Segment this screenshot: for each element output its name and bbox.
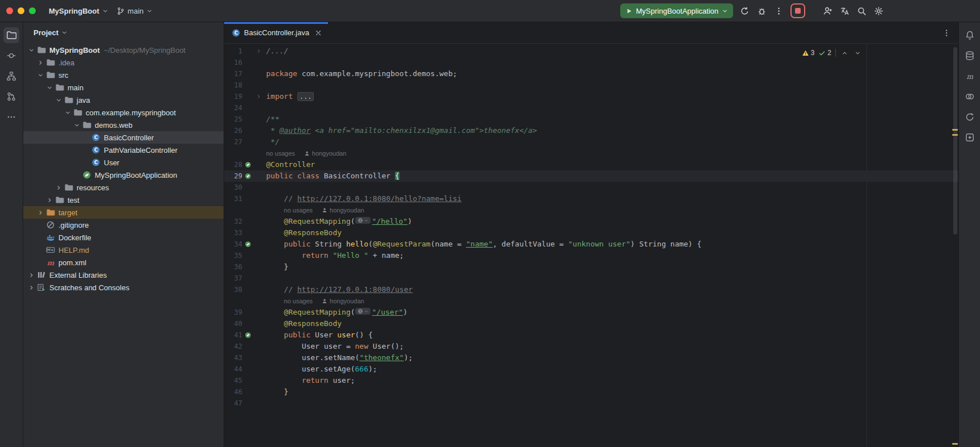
code-line-30[interactable]: 30	[224, 182, 958, 193]
chevron-right-icon[interactable]	[36, 210, 45, 216]
tool-stripe-maven-button[interactable]: m	[962, 68, 978, 84]
author-hint[interactable]: hongyoudan	[322, 207, 364, 214]
code-line-39[interactable]: 39 @RequestMapping("/user")	[224, 307, 958, 318]
tree-item-main[interactable]: main	[23, 81, 224, 94]
code-line-24[interactable]: 24	[224, 102, 958, 114]
tree-item-target[interactable]: target	[23, 206, 224, 219]
code-line-17[interactable]: 17package com.example.myspringboot.demos…	[224, 68, 958, 80]
tree-item-user[interactable]: CUser	[23, 156, 224, 169]
warnings-indicator[interactable]: 3	[802, 49, 815, 57]
tree-item-scratches-and-consoles[interactable]: Scratches and Consoles	[23, 281, 224, 294]
tab-basiccontroller-java[interactable]: C BasicController.java	[224, 22, 328, 43]
rerun-button[interactable]	[737, 3, 752, 19]
tree-item-src[interactable]: src	[23, 69, 224, 81]
macos-close-button[interactable]	[6, 7, 13, 14]
tool-stripe-dependencies-button[interactable]	[962, 109, 978, 125]
vcs-branch-widget[interactable]: main	[112, 5, 157, 18]
tool-stripe-commit-button[interactable]	[3, 48, 19, 64]
code-line-32[interactable]: 32 @RequestMapping("/hello")	[224, 216, 958, 227]
code-line-36[interactable]: 36 }	[224, 261, 958, 273]
code-line-42[interactable]: 42 User user = new User();	[224, 341, 958, 352]
code-line-41[interactable]: 41 public User user() {	[224, 329, 958, 341]
code-line-27[interactable]: 27 */	[224, 136, 958, 148]
code-line-25[interactable]: 25/**	[224, 114, 958, 125]
tool-stripe-project-button[interactable]	[3, 27, 19, 43]
search-everywhere-button[interactable]	[853, 3, 869, 19]
code-line-18[interactable]: 18	[224, 80, 958, 91]
warning-stripe-mark[interactable]	[952, 134, 958, 136]
spring-gutter-icon[interactable]	[242, 170, 254, 182]
tree-item-basiccontroller[interactable]: CBasicController	[23, 131, 224, 144]
chevron-down-icon[interactable]	[54, 97, 64, 103]
tab-options-button[interactable]	[939, 26, 954, 40]
spring-gutter-icon[interactable]	[242, 159, 254, 170]
code-vision-hint[interactable]: no usageshongyoudan	[224, 204, 958, 216]
tree-item-myspringboot[interactable]: MySpringBoot~/Desktop/MySpringBoot	[23, 44, 224, 56]
tool-stripe-notifications-button[interactable]	[962, 27, 978, 43]
tree-item-demos-web[interactable]: demos.web	[23, 119, 224, 131]
tree-item--gitignore[interactable]: .gitignore	[23, 219, 224, 231]
code-vision-hint[interactable]: no usageshongyoudan	[224, 148, 958, 159]
tree-item-dockerfile[interactable]: Dockerfile	[23, 231, 224, 244]
url-mapping-inlay[interactable]	[355, 308, 371, 315]
tree-item-java[interactable]: java	[23, 94, 224, 106]
chevron-down-icon[interactable]	[45, 85, 54, 91]
code-line-26[interactable]: 26 * @author <a href="mailto:chenxilzx1@…	[224, 125, 958, 136]
stop-button[interactable]	[790, 3, 805, 18]
usages-hint[interactable]: no usages	[284, 298, 313, 304]
url-mapping-inlay[interactable]	[355, 217, 371, 224]
tool-stripe-structure-button[interactable]	[3, 68, 19, 84]
tool-stripe-endpoints-button[interactable]	[962, 89, 978, 105]
tree-item-help-md[interactable]: HELP.md	[23, 244, 224, 256]
code-line-35[interactable]: 35 return "Hello " + name;	[224, 250, 958, 261]
code-line-43[interactable]: 43 user.setName("theonefx");	[224, 352, 958, 364]
code-editor[interactable]: 1/.../1617package com.example.myspringbo…	[224, 44, 958, 447]
code-line-44[interactable]: 44 user.setAge(666);	[224, 364, 958, 375]
more-run-options-button[interactable]	[771, 3, 786, 19]
previous-problem-button[interactable]	[840, 48, 849, 57]
close-icon[interactable]	[314, 29, 322, 37]
tree-item-pathvariablecontroller[interactable]: CPathVariableController	[23, 144, 224, 156]
warning-stripe-mark[interactable]	[952, 129, 958, 131]
tool-stripe-pull-requests-button[interactable]	[3, 89, 19, 105]
debug-button[interactable]	[754, 3, 769, 19]
tool-stripe-database-button[interactable]	[962, 48, 978, 64]
code-line-37[interactable]: 37	[224, 273, 958, 284]
tool-stripe-more-tool-windows-button[interactable]	[3, 109, 19, 125]
passed-indicator[interactable]: 2	[818, 49, 831, 57]
fold-marker-icon[interactable]	[254, 91, 264, 102]
code-line-38[interactable]: 38 // http://127.0.0.1:8080/user	[224, 284, 958, 295]
author-hint[interactable]: hongyoudan	[304, 150, 347, 157]
usages-hint[interactable]: no usages	[284, 207, 313, 214]
tree-item--idea[interactable]: .idea	[23, 56, 224, 69]
chevron-down-icon[interactable]	[27, 47, 36, 53]
run-configuration-widget[interactable]: MySpringBootApplication	[620, 3, 733, 18]
usages-hint[interactable]: no usages	[266, 150, 295, 157]
settings-button[interactable]	[870, 3, 886, 19]
chevron-right-icon[interactable]	[45, 197, 54, 203]
code-vision-hint[interactable]: no usageshongyoudan	[224, 295, 958, 307]
tree-item-resources[interactable]: resources	[23, 181, 224, 194]
project-panel-header[interactable]: Project	[23, 22, 224, 43]
code-line-29[interactable]: 29public class BasicController {	[224, 170, 958, 182]
fold-marker-icon[interactable]	[254, 45, 264, 57]
code-line-47[interactable]: 47	[224, 398, 958, 409]
next-problem-button[interactable]	[853, 48, 862, 57]
tree-item-pom-xml[interactable]: mpom.xml	[23, 256, 224, 269]
editor-scrollbar[interactable]	[953, 47, 957, 235]
tree-item-myspringbootapplication[interactable]: MySpringBootApplication	[23, 169, 224, 181]
warning-stripe-mark[interactable]	[952, 443, 958, 445]
chevron-down-icon[interactable]	[72, 122, 82, 128]
chevron-down-icon[interactable]	[36, 72, 45, 78]
bean-gutter-icon[interactable]	[242, 239, 254, 250]
project-switcher[interactable]: MySpringBoot	[45, 5, 112, 18]
macos-minimize-button[interactable]	[18, 7, 24, 14]
translate-button[interactable]	[836, 3, 852, 19]
chevron-right-icon[interactable]	[27, 272, 36, 278]
tree-item-test[interactable]: test	[23, 194, 224, 206]
macos-zoom-button[interactable]	[29, 7, 36, 14]
code-line-31[interactable]: 31 // http://127.0.0.1:8080/hello?name=l…	[224, 193, 958, 204]
bean-gutter-icon[interactable]	[242, 329, 254, 341]
code-with-me-button[interactable]	[819, 3, 835, 19]
code-line-34[interactable]: 34 public String hello(@RequestParam(nam…	[224, 239, 958, 250]
